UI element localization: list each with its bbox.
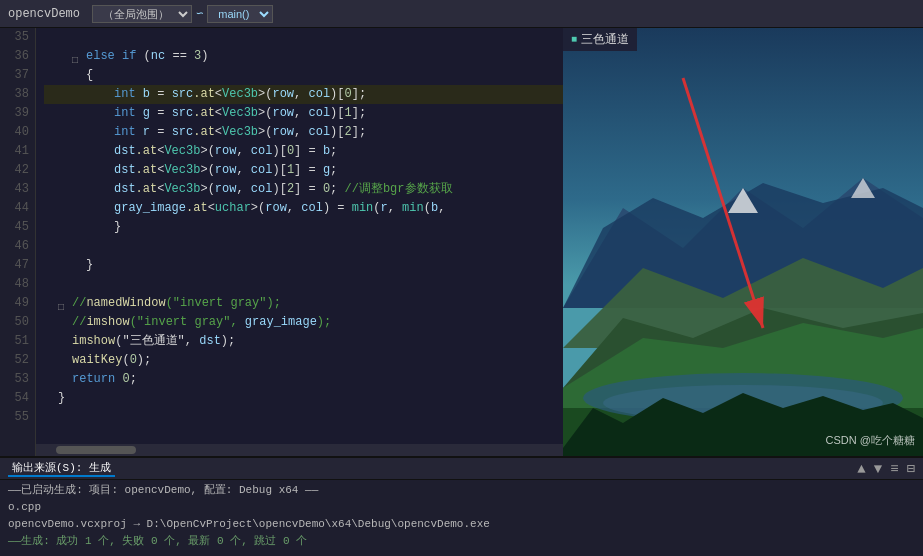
code-line-45[interactable]: } [44, 218, 563, 237]
code-text-43: dst.at<Vec3b>(row, col)[2] = 0; //调整bgr参… [114, 180, 453, 199]
code-text-41: dst.at<Vec3b>(row, col)[0] = b; [114, 142, 337, 161]
output-line-0: ——已启动生成: 项目: opencvDemo, 配置: Debug x64 —… [8, 482, 915, 499]
code-line-46[interactable] [44, 237, 563, 256]
watermark: CSDN @吃个糖糖 [826, 433, 915, 448]
code-editor[interactable]: □else if (nc == 3){int b = src.at<Vec3b>… [36, 28, 563, 456]
expand-icon-49[interactable]: □ [58, 298, 70, 310]
output-line-2: opencvDemo.vcxproj → D:\OpenCvProject\op… [8, 516, 915, 533]
output-content: ——已启动生成: 项目: opencvDemo, 配置: Debug x64 —… [0, 480, 923, 556]
landscape-svg [563, 28, 923, 456]
code-line-48[interactable] [44, 275, 563, 294]
main-layout: 3536373839404142434445464748495051525354… [0, 28, 923, 456]
code-text-50: //imshow("invert gray", gray_image); [72, 313, 331, 332]
code-text-40: int r = src.at<Vec3b>(row, col)[2]; [114, 123, 366, 142]
code-line-37[interactable]: { [44, 66, 563, 85]
code-text-52: waitKey(0); [72, 351, 151, 370]
align-icon[interactable]: ≡ [890, 461, 898, 477]
scrollbar-thumb[interactable] [56, 446, 136, 454]
code-line-44[interactable]: gray_image.at<uchar>(row, col) = min(r, … [44, 199, 563, 218]
code-line-38[interactable]: int b = src.at<Vec3b>(row, col)[0]; [44, 85, 563, 104]
image-panel: ■ 三色通道 [563, 28, 923, 456]
output-line-1: o.cpp [8, 499, 915, 516]
code-text-45: } [114, 218, 121, 237]
app-title: opencvDemo [8, 7, 80, 21]
code-line-51[interactable]: imshow("三色通道", dst); [44, 332, 563, 351]
func-prefix-icon: ∽ [196, 6, 203, 21]
code-line-55[interactable] [44, 408, 563, 427]
scroll-up-icon[interactable]: ▲ [857, 461, 865, 477]
code-text-53: return 0; [72, 370, 137, 389]
output-line-3: ——生成: 成功 1 个, 失败 0 个, 最新 0 个, 跳过 0 个 [8, 533, 915, 550]
code-line-42[interactable]: dst.at<Vec3b>(row, col)[1] = g; [44, 161, 563, 180]
image-panel-icon: ■ [571, 34, 577, 45]
code-line-36[interactable]: □else if (nc == 3) [44, 47, 563, 66]
code-line-39[interactable]: int g = src.at<Vec3b>(row, col)[1]; [44, 104, 563, 123]
output-panel: 输出来源(S): 生成 ▲ ▼ ≡ ⊟ ——已启动生成: 项目: opencvD… [0, 456, 923, 556]
scope-dropdown[interactable]: （全局泡围） [92, 5, 192, 23]
image-panel-label: 三色通道 [581, 31, 629, 48]
code-text-49: //namedWindow("invert gray"); [72, 294, 281, 313]
image-panel-title: ■ 三色通道 [563, 28, 637, 51]
code-line-35[interactable] [44, 28, 563, 47]
code-text-47: } [86, 256, 93, 275]
code-text-39: int g = src.at<Vec3b>(row, col)[1]; [114, 104, 366, 123]
top-bar: opencvDemo （全局泡围） ∽ main() [0, 0, 923, 28]
scroll-down-icon[interactable]: ▼ [874, 461, 882, 477]
code-text-44: gray_image.at<uchar>(row, col) = min(r, … [114, 199, 445, 218]
output-controls: ▲ ▼ ≡ ⊟ [857, 460, 915, 477]
code-line-54[interactable]: } [44, 389, 563, 408]
code-line-49[interactable]: □//namedWindow("invert gray"); [44, 294, 563, 313]
code-line-43[interactable]: dst.at<Vec3b>(row, col)[2] = 0; //调整bgr参… [44, 180, 563, 199]
line-numbers: 3536373839404142434445464748495051525354… [0, 28, 36, 456]
code-text-37: { [86, 66, 93, 85]
wrap-icon[interactable]: ⊟ [907, 460, 915, 477]
code-text-54: } [58, 389, 65, 408]
code-line-47[interactable]: } [44, 256, 563, 275]
code-line-52[interactable]: waitKey(0); [44, 351, 563, 370]
code-line-53[interactable]: return 0; [44, 370, 563, 389]
code-text-36: else if (nc == 3) [86, 47, 208, 66]
code-line-50[interactable]: //imshow("invert gray", gray_image); [44, 313, 563, 332]
landscape-image: CSDN @吃个糖糖 [563, 28, 923, 456]
func-dropdown[interactable]: main() [207, 5, 273, 23]
code-text-42: dst.at<Vec3b>(row, col)[1] = g; [114, 161, 337, 180]
horizontal-scrollbar[interactable] [36, 444, 563, 456]
output-tab-build[interactable]: 输出来源(S): 生成 [8, 460, 115, 477]
code-line-40[interactable]: int r = src.at<Vec3b>(row, col)[2]; [44, 123, 563, 142]
code-text-51: imshow("三色通道", dst); [72, 332, 235, 351]
output-tabs: 输出来源(S): 生成 ▲ ▼ ≡ ⊟ [0, 458, 923, 480]
code-text-38: int b = src.at<Vec3b>(row, col)[0]; [114, 85, 366, 104]
expand-icon-36[interactable]: □ [72, 51, 84, 63]
code-line-41[interactable]: dst.at<Vec3b>(row, col)[0] = b; [44, 142, 563, 161]
code-content: □else if (nc == 3){int b = src.at<Vec3b>… [36, 28, 563, 427]
